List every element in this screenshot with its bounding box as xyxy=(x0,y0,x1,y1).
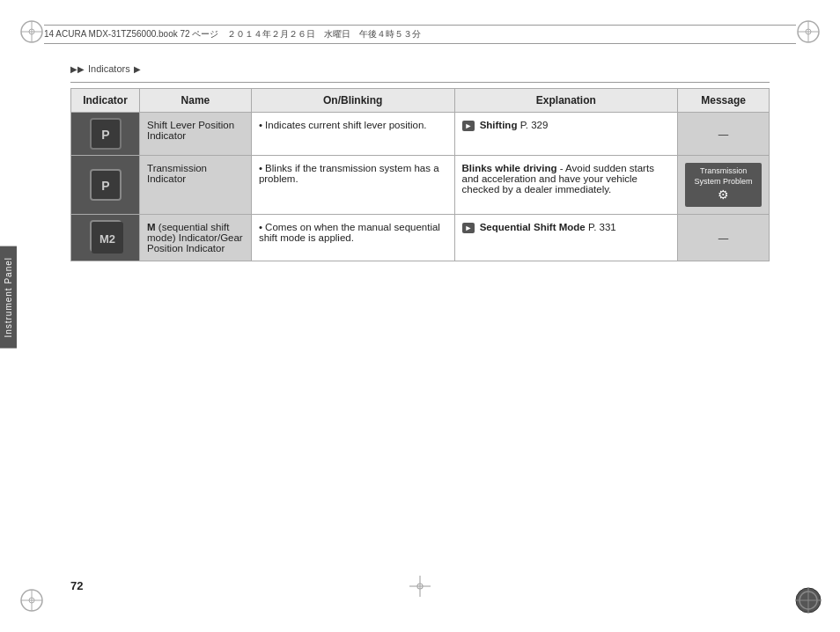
main-table-container: Indicator Name On/Blinking Explanation M… xyxy=(70,88,770,261)
name-cell-3: M (sequential shift mode) Indicator/Gear… xyxy=(140,214,252,261)
message-text-3: — xyxy=(718,232,729,243)
onblinking-item-3: Comes on when the manual sequential shif… xyxy=(259,222,447,243)
m2-icon: M2 xyxy=(90,220,122,252)
warning-line1: Transmission xyxy=(700,166,747,175)
onblinking-cell-1: Indicates current shift lever position. xyxy=(251,113,454,156)
name-rest-3: (sequential shift mode) Indicator/Gear P… xyxy=(147,222,243,254)
onblinking-item-1: Indicates current shift lever position. xyxy=(259,120,447,130)
shift-lever-icon: P xyxy=(90,118,122,150)
ref-icon-1: ► xyxy=(462,121,475,131)
name-text-2: Transmission Indicator xyxy=(147,163,207,184)
explanation-cell-1: ► Shifting P. 329 xyxy=(454,113,678,156)
message-text-1: — xyxy=(718,129,729,139)
explanation-cell-3: ► Sequential Shift Mode P. 331 xyxy=(454,214,678,261)
breadcrumb-arrows: ▶▶ xyxy=(70,64,85,74)
table-row: P Shift Lever Position Indicator Indicat… xyxy=(71,113,770,156)
col-header-message: Message xyxy=(678,89,770,113)
explanation-page-1: P. 329 xyxy=(520,120,549,130)
table-header-row: Indicator Name On/Blinking Explanation M… xyxy=(71,89,770,113)
blinks-while-driving: Blinks while driving xyxy=(462,163,557,173)
shifting-link: Shifting xyxy=(480,120,518,130)
section-divider xyxy=(70,82,770,83)
svg-text:M2: M2 xyxy=(99,232,114,246)
onblinking-list-3: Comes on when the manual sequential shif… xyxy=(259,222,447,243)
explanation-cell-2: Blinks while driving - Avoid sudden star… xyxy=(454,156,678,215)
breadcrumb-label: Indicators xyxy=(88,63,130,74)
message-cell-2: Transmission System Problem ⚙ xyxy=(678,156,770,215)
onblinking-cell-2: Blinks if the transmission system has a … xyxy=(251,156,454,215)
corner-top-right xyxy=(792,16,824,48)
indicator-cell-2: P xyxy=(71,156,140,215)
warning-gear-icon: ⚙ xyxy=(690,187,756,202)
header-text: 14 ACURA MDX-31TZ56000.book 72 ページ ２０１４年… xyxy=(44,28,421,40)
indicators-table: Indicator Name On/Blinking Explanation M… xyxy=(70,88,770,261)
message-cell-1: — xyxy=(678,113,770,156)
indicator-cell-3: M2 xyxy=(71,214,140,261)
name-cell-1: Shift Lever Position Indicator xyxy=(140,113,252,156)
transmission-warning-box: Transmission System Problem ⚙ xyxy=(685,163,762,207)
col-header-indicator: Indicator xyxy=(71,89,140,113)
col-header-onblinking: On/Blinking xyxy=(251,89,454,113)
side-tab-label: Instrument Panel xyxy=(4,257,13,338)
ref-icon-3: ► xyxy=(462,223,475,233)
corner-top-left xyxy=(16,16,48,48)
table-row: P Transmission Indicator Blinks if the t… xyxy=(71,156,770,215)
name-text-1: Shift Lever Position Indicator xyxy=(147,120,234,141)
sequential-link: Sequential Shift Mode xyxy=(480,222,586,232)
breadcrumb-suffix: ▶ xyxy=(134,64,141,74)
name-bold-3: M xyxy=(147,222,156,232)
corner-bottom-left xyxy=(16,584,48,616)
transmission-icon: P xyxy=(90,169,122,201)
onblinking-cell-3: Comes on when the manual sequential shif… xyxy=(251,214,454,261)
col-header-name: Name xyxy=(140,89,252,113)
svg-text:P: P xyxy=(101,179,109,193)
col-header-explanation: Explanation xyxy=(454,89,678,113)
page-number: 72 xyxy=(70,579,83,592)
onblinking-list-2: Blinks if the transmission system has a … xyxy=(259,163,447,184)
corner-bottom-right xyxy=(792,584,824,616)
svg-text:P: P xyxy=(101,128,109,142)
indicator-cell-1: P xyxy=(71,113,140,156)
bottom-center-crosshair xyxy=(408,574,432,601)
side-tab: Instrument Panel xyxy=(0,246,17,349)
explanation-page-3: P. 331 xyxy=(588,222,616,232)
header-bar: 14 ACURA MDX-31TZ56000.book 72 ページ ２０１４年… xyxy=(44,25,796,44)
onblinking-item-2: Blinks if the transmission system has a … xyxy=(259,163,447,184)
table-row: M2 M (sequential shift mode) Indicator/G… xyxy=(71,214,770,261)
page-number-text: 72 xyxy=(70,579,83,592)
breadcrumb: ▶▶ Indicators ▶ xyxy=(70,63,141,74)
name-cell-2: Transmission Indicator xyxy=(140,156,252,215)
onblinking-list-1: Indicates current shift lever position. xyxy=(259,120,447,130)
warning-line2: System Problem xyxy=(695,177,753,186)
message-cell-3: — xyxy=(678,214,770,261)
